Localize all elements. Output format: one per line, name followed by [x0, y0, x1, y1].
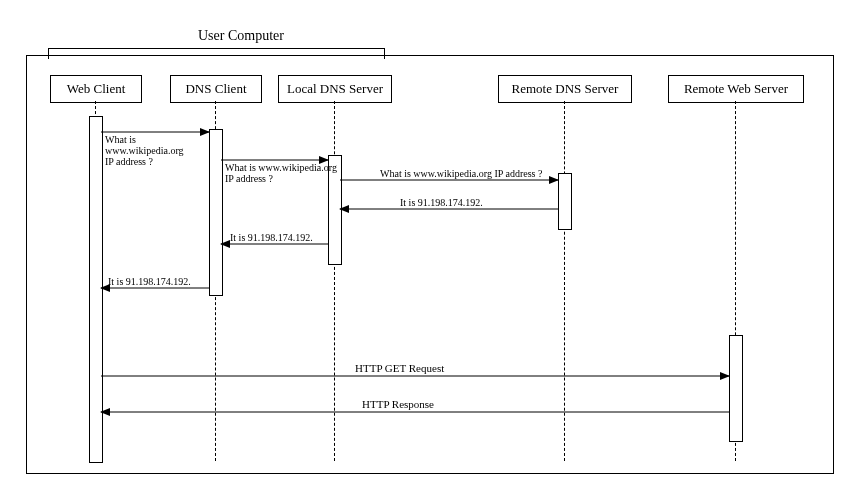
activation-remote-web — [729, 335, 743, 442]
message-8: HTTP Response — [362, 399, 434, 410]
participant-label: Web Client — [67, 81, 126, 97]
message-2: What is www.wikipedia.org IP address ? — [225, 162, 337, 184]
activation-remote-dns — [558, 173, 572, 230]
sequence-diagram: User Computer Web Client DNS Client Loca… — [0, 0, 860, 503]
participant-remote-dns: Remote DNS Server — [498, 75, 632, 103]
participant-local-dns: Local DNS Server — [278, 75, 392, 103]
participant-label: Remote DNS Server — [512, 81, 619, 97]
message-3: What is www.wikipedia.org IP address ? — [380, 168, 542, 179]
group-title: User Computer — [198, 28, 284, 44]
participant-label: DNS Client — [185, 81, 246, 97]
outer-frame — [26, 55, 834, 474]
participant-remote-web: Remote Web Server — [668, 75, 804, 103]
participant-web-client: Web Client — [50, 75, 142, 103]
group-bracket — [48, 48, 385, 59]
message-7: HTTP GET Request — [355, 363, 444, 374]
activation-dns-client — [209, 129, 223, 296]
message-5: It is 91.198.174.192. — [230, 232, 313, 243]
participant-dns-client: DNS Client — [170, 75, 262, 103]
message-6: It is 91.198.174.192. — [108, 276, 191, 287]
participant-label: Local DNS Server — [287, 81, 383, 97]
message-4: It is 91.198.174.192. — [400, 197, 483, 208]
participant-label: Remote Web Server — [684, 81, 788, 97]
lifeline-remote-dns — [564, 101, 565, 461]
message-1: What is www.wikipedia.org IP address ? — [105, 134, 184, 167]
activation-web-client — [89, 116, 103, 463]
